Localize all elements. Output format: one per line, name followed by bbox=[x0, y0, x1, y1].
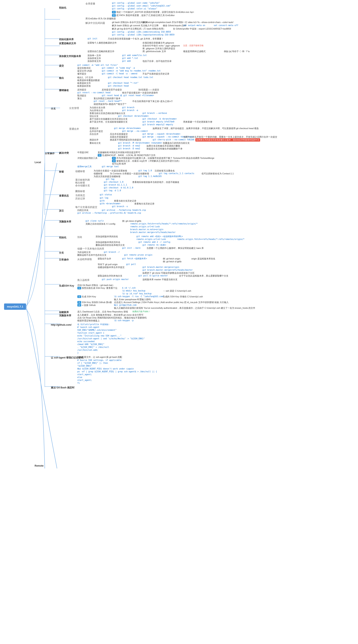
ssh-agent-code7: else bbox=[77, 376, 82, 379]
profile-code7: echo succeeded bbox=[77, 340, 94, 343]
add-all-note: 包括子目录，但不包括空目录 bbox=[142, 60, 172, 63]
conflict-prompt: 中突提示时 bbox=[77, 151, 88, 154]
cmd-init-bare: git init --bare bbox=[122, 247, 140, 250]
charset-bash: git bash 控制台ls 命令中文乱码解决 bbox=[112, 21, 147, 24]
cmd-branch-empty2: git branch emputy2 emputy bbox=[142, 123, 173, 126]
merge-note: 如果发生了冲突，就不自动提交，如果并非很多，不想立刻解决冲突，可以直接使用 gi… bbox=[153, 127, 259, 130]
bare-label: 创建一个无本地分支的库 bbox=[77, 247, 104, 250]
pull-specific-note: 合于于从别从远程版本库，那么需要获取哪个分支 bbox=[179, 274, 228, 278]
branch-mgmt-label: 分支管理 bbox=[69, 106, 79, 110]
cmd-ssh-cd: $ cd ~/.ssh bbox=[122, 286, 136, 290]
tag-branch-label: 命令创建分支 bbox=[75, 184, 90, 188]
cmd-commit1: git commit -m "add all txt files" bbox=[77, 64, 118, 66]
create-repo-note: 免费的只能 Public！ bbox=[132, 310, 151, 313]
clone-config3: branch.master.m.note=origin bbox=[130, 228, 163, 231]
profile-code8: chmod 600 "${SSH_ENV}" bbox=[77, 343, 104, 346]
cmd-cherry-pick: git cherry-pick --no-commit fd62b6 bbox=[153, 138, 194, 141]
ssh-github-note: 输入正确的话应该我们发现有 You've successfully authen… bbox=[114, 306, 255, 310]
revert-label: 反转提交 bbox=[77, 88, 86, 91]
cmd-merge-squash: git merge --squash <branchname> bbox=[142, 132, 181, 136]
ssh-agent-code3: "${SSH_ENV}" bbox=[77, 364, 92, 368]
cmd-global-name: git config --global user.name "zahufan" bbox=[112, 2, 160, 4]
clone-config4: branch.master.merge=refs/heads/master bbox=[130, 231, 176, 234]
pull-specific-label: 获取远程合并到本地分支 bbox=[98, 274, 122, 278]
cmd-merge-tool-cmd: git merge tool bbox=[102, 165, 119, 168]
cmd-ssh-keygen: \$ ssh-keygen -t rsa -C "zahufan@163.com… bbox=[114, 295, 164, 298]
charset-log: 解决 git log 命令中文注释乱码（只 bash 控制台有用） bbox=[112, 27, 165, 30]
ssh-agent-code5: ps -ef | grep ${SSH_AGENT_PID} | grep ss… bbox=[77, 370, 157, 373]
ssh-step2-label: ② 生成 SSH Key bbox=[77, 295, 96, 298]
cmd-push: git push origin master bbox=[102, 278, 129, 281]
charset-encoding1: git config --global i18n.commitencoding … bbox=[112, 30, 171, 34]
cmd-branch-d: git branch -d new2 bbox=[118, 144, 140, 147]
cmd-archive2: git archive --format=zip --prefix=rb1.0/… bbox=[77, 212, 141, 214]
profile-code9: . "${SSH_ENV}" > /dev/null bbox=[77, 346, 109, 349]
add-all-label: 添加所有文件 bbox=[87, 60, 101, 63]
cmd-checkout-branch: git checkout <branchname> bbox=[118, 115, 149, 118]
charset-bash-fix: 在Git\etc\git-completion.bash 开头中增加一行 ali… bbox=[142, 21, 234, 24]
cmd-tag-delete: git tag -d 1.0 bbox=[104, 189, 121, 192]
log-label: 历史记录 bbox=[75, 197, 85, 200]
cmd-commit2: git commit -m "some msg" -a bbox=[102, 66, 135, 70]
cmd-ssh-mkdir: \$ mkdir key_backup bbox=[122, 290, 145, 292]
ssh-path-note: → ssh 源是 C:\Users\jc\\.ssh bbox=[163, 290, 191, 292]
charset-commit-fix1: set output-meta on bbox=[183, 24, 205, 27]
cmd-archive1: git archive --format=zip head>rb.zip bbox=[102, 209, 146, 212]
fetch-example2: 例: git fetch d:\git\b bbox=[163, 260, 182, 263]
conflict-tool-label: 冲突比较好用的工具 bbox=[77, 156, 97, 160]
revert-note1: 别/后面是——次提交 bbox=[138, 88, 159, 91]
cmd-commit-amend: git commit -C head -a --amend bbox=[102, 72, 137, 75]
cmd-tag-branch1: git branch b1.1.1.1 bbox=[104, 184, 127, 186]
cmd-reset-hard: git reset --hard head** bbox=[94, 100, 122, 103]
profile-code10: /usr/bin/ssh-add; bbox=[77, 349, 98, 352]
cherry-pick-label: 挑选合并 bbox=[89, 138, 98, 141]
profile-code11: } bbox=[77, 352, 78, 354]
merge-label: 普通合并 bbox=[69, 127, 79, 131]
cmd-merge: git merge <branchname> bbox=[114, 127, 141, 130]
cmd-revert: git revert --no-commit head bbox=[77, 91, 110, 94]
cmd-global-color: git config --global color.ui "always" bbox=[112, 7, 157, 10]
status-label: 当前状态 bbox=[75, 194, 85, 197]
charset-label: 解决中文乱码问题 bbox=[85, 22, 105, 25]
create-repo-label: 创建新库 bbox=[59, 310, 69, 314]
cmd-clone: git clone <url> bbox=[85, 220, 104, 222]
checkout-label: 检出 bbox=[59, 76, 64, 80]
ignore-note1: 注意：后面不能有空格 bbox=[183, 44, 204, 47]
charset-commit-fix2: set convert-meta off bbox=[214, 24, 238, 27]
cmd-prune: git remote prune origin bbox=[124, 254, 152, 256]
commit-label: 提交 bbox=[59, 64, 64, 68]
add-label: 添加新文件到版本库 bbox=[59, 54, 81, 58]
remote-add-config2: remote.origin.fetch=+refs/heads/*:refs/r… bbox=[177, 238, 244, 241]
tag-section-label: 标签 bbox=[59, 170, 64, 174]
cmd-add-single: git add somefile.txt bbox=[122, 54, 147, 57]
charset-commit: 解决 bash 控制台 git commit 无法输入中文注释 bbox=[112, 24, 159, 27]
clone-github-keygen: 根据所需定制你键盘上 bbox=[77, 319, 100, 322]
cmd-tag-list: git tag bbox=[106, 178, 114, 181]
cmd-ssh-github: 输入 git@github.com bbox=[114, 304, 136, 306]
cmd-rename-branch: git branch -M <branchname> <newname> bbox=[118, 142, 162, 144]
alias-add-label: 添加远程版本库的别名 bbox=[96, 235, 118, 238]
remote-section-label: Remote bbox=[34, 464, 43, 467]
cmd-fetch: git fetch <远程版本库> bbox=[122, 257, 147, 260]
global-var-label: 全局变量 bbox=[85, 2, 95, 6]
prune-label: 删除远程不在本中也存在分支 bbox=[77, 254, 106, 256]
status-section-label: 查看状态 bbox=[59, 194, 69, 198]
mind-map-container: msysGit1.7.1 Local Remote 初始化 全局变量 git c… bbox=[0, 0, 358, 644]
cmd-gitk: gitk bbox=[100, 200, 105, 202]
checkout-damage-all: 检查损坏所有 bbox=[77, 84, 91, 88]
merge-squash-label: 压合合并 bbox=[89, 132, 98, 136]
cherry-pick-desc: 挑选某不理想的提交到当前提交 bbox=[110, 138, 141, 141]
cmd-pull: git pull bbox=[126, 263, 136, 266]
rename-branch-label: 重命名分支 bbox=[89, 142, 101, 144]
cmd-checkout3: git checkout head bbox=[108, 84, 129, 87]
push-note: 远程版本库 master 不能是当前分支 bbox=[142, 278, 177, 281]
remote-init-label: 初始化 bbox=[59, 236, 66, 239]
conflict-section-label: 解决冲突 bbox=[59, 151, 69, 155]
cmd-branch: git branch bbox=[122, 106, 134, 109]
cmd-global-email: git config --global user.email "zahufan@… bbox=[112, 4, 171, 7]
ssh-agent-code8: start_agent; bbox=[77, 379, 92, 382]
cmd-branch-v: git branch -v bbox=[112, 205, 128, 208]
ssh-agent-code6: start_agent; bbox=[77, 373, 92, 376]
ssh-agent-code9: fi bbox=[77, 382, 80, 384]
ssh-section-label: 生成SSH Key bbox=[59, 284, 74, 288]
